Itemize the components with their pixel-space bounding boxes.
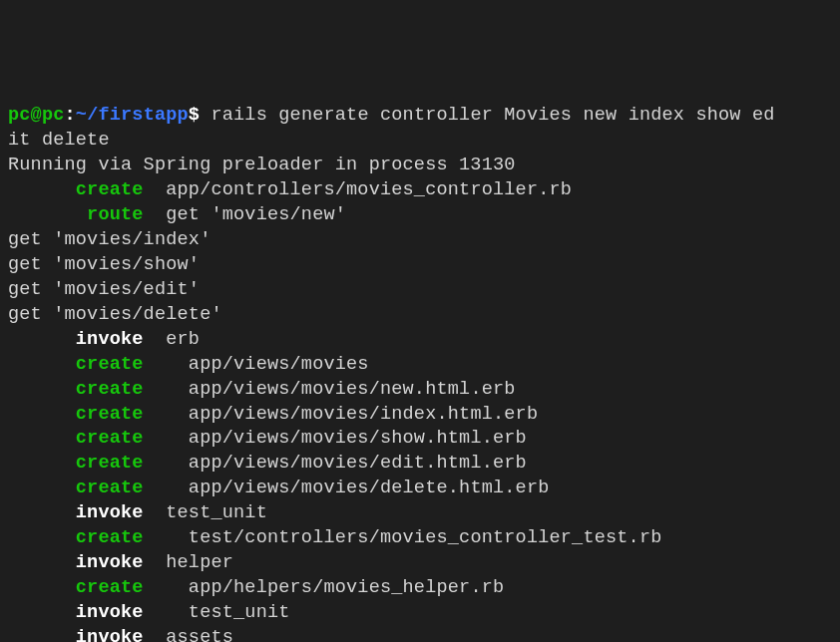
output-running: Running via Spring preloader in process … <box>8 155 516 175</box>
output-path: erb <box>144 329 201 350</box>
action-create: create <box>8 404 144 425</box>
output-path: app/views/movies/index.html.erb <box>144 404 539 425</box>
prompt-line-1: pc@pc:~/firstapp$ rails generate control… <box>8 105 775 151</box>
action-route: route <box>8 204 144 225</box>
action-invoke: invoke <box>8 502 144 523</box>
action-invoke: invoke <box>8 552 144 573</box>
output-line: get 'movies/delete' <box>8 304 222 325</box>
action-invoke: invoke <box>8 329 144 350</box>
action-invoke: invoke <box>8 602 144 623</box>
prompt-dollar: $ <box>189 105 211 126</box>
output-path: app/controllers/movies_controller.rb <box>144 179 572 200</box>
action-create: create <box>8 354 144 375</box>
action-create: create <box>8 379 144 400</box>
action-create: create <box>8 428 144 449</box>
output-path: test_unit <box>144 502 267 523</box>
prompt-colon: : <box>65 105 76 126</box>
output-path: app/views/movies/show.html.erb <box>144 428 527 449</box>
action-invoke: invoke <box>8 627 144 642</box>
action-create: create <box>8 179 144 200</box>
output-path: app/views/movies/delete.html.erb <box>144 478 550 498</box>
output-path: app/views/movies/new.html.erb <box>144 379 516 400</box>
output-path: test/controllers/movies_controller_test.… <box>144 527 662 548</box>
output-line: get 'movies/edit' <box>8 279 200 300</box>
output-path: helper <box>144 552 233 573</box>
output-path: assets <box>144 627 233 642</box>
output-path: test_unit <box>144 602 290 623</box>
user-host: pc@pc <box>8 105 65 126</box>
terminal-output[interactable]: pc@pc:~/firstapp$ rails generate control… <box>8 104 832 642</box>
action-create: create <box>8 478 144 498</box>
action-create: create <box>8 453 144 474</box>
output-path: app/views/movies/edit.html.erb <box>144 453 527 474</box>
action-create: create <box>8 527 144 548</box>
action-create: create <box>8 577 144 598</box>
output-line: get 'movies/show' <box>8 254 200 275</box>
output-path: get 'movies/new' <box>144 204 346 225</box>
output-path: app/helpers/movies_helper.rb <box>144 577 505 598</box>
output-path: app/views/movies <box>144 354 369 375</box>
output-line: get 'movies/index' <box>8 229 210 250</box>
prompt-path: ~/firstapp <box>76 105 189 126</box>
